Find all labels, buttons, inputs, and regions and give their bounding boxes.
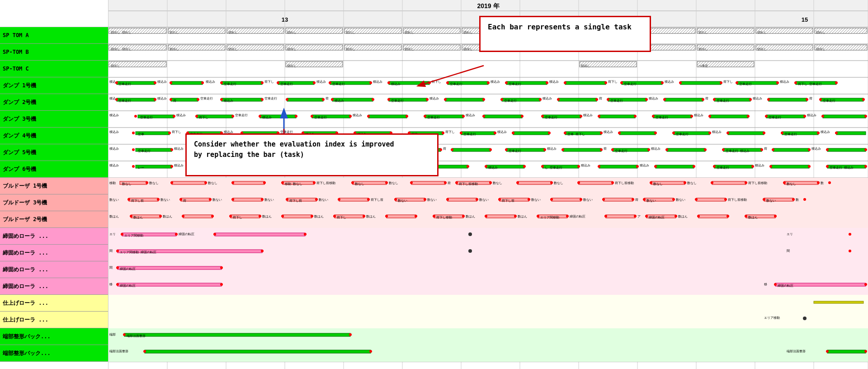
svg-rect-658 bbox=[108, 278, 868, 295]
svg-point-486 bbox=[489, 181, 492, 184]
sidebar-row-2: SP-TOM C bbox=[0, 61, 108, 77]
svg-rect-58 bbox=[344, 28, 401, 33]
svg-rect-462 bbox=[172, 181, 206, 184]
svg-point-651 bbox=[849, 250, 851, 252]
svg-point-595 bbox=[363, 215, 365, 218]
svg-text:数はん: 数はん bbox=[262, 215, 272, 218]
svg-point-606 bbox=[485, 215, 487, 218]
svg-text:空車走行: 空車走行 bbox=[200, 97, 213, 100]
sidebar-row-0: SP TOM A bbox=[0, 27, 108, 44]
svg-rect-399 bbox=[827, 148, 866, 151]
svg-text:空車走行: 空車走行 bbox=[138, 149, 151, 153]
sidebar-row-7: ダンプ 5号機 bbox=[0, 144, 108, 161]
sidebar-row-19: 端部整形バック... bbox=[0, 345, 108, 362]
svg-point-634 bbox=[121, 233, 123, 236]
svg-point-177 bbox=[261, 98, 264, 101]
svg-point-438 bbox=[598, 165, 600, 168]
svg-text:積込み: 積込み bbox=[807, 114, 816, 117]
svg-rect-262 bbox=[599, 115, 635, 118]
svg-rect-99 bbox=[580, 62, 637, 67]
svg-text:積込み: 積込み bbox=[665, 80, 674, 84]
svg-rect-83 bbox=[286, 45, 343, 50]
svg-point-525 bbox=[261, 198, 264, 201]
svg-point-225 bbox=[862, 98, 865, 101]
svg-point-460 bbox=[146, 181, 148, 184]
svg-text:数はん: 数はん bbox=[678, 215, 688, 218]
svg-point-656 bbox=[116, 266, 119, 269]
svg-text:空車走行: 空車走行 bbox=[118, 99, 131, 103]
svg-point-172 bbox=[197, 98, 199, 101]
svg-text:荷: 荷 bbox=[635, 198, 638, 202]
svg-text:荷: 荷 bbox=[705, 97, 708, 100]
svg-point-139 bbox=[546, 81, 548, 84]
svg-point-570 bbox=[792, 198, 795, 201]
svg-point-134 bbox=[487, 81, 490, 84]
svg-text:数なし: 数なし bbox=[389, 181, 398, 185]
svg-text:積込み: 積込み bbox=[491, 80, 500, 84]
svg-point-323 bbox=[618, 132, 621, 134]
svg-text:空車走行: 空車走行 bbox=[784, 132, 797, 136]
svg-text:端部法面整形: 端部法面整形 bbox=[127, 334, 146, 338]
svg-point-642 bbox=[849, 233, 851, 236]
svg-text:積込み: 積込み bbox=[391, 82, 401, 86]
svg-text:積込み: 積込み bbox=[651, 147, 660, 151]
svg-text:空車走行: 空車走行 bbox=[823, 99, 835, 103]
svg-text:荷下し前移動: 荷下し前移動 bbox=[728, 198, 747, 202]
sidebar-row-13: 締固めローラ ... bbox=[0, 245, 108, 261]
svg-rect-523 bbox=[233, 198, 262, 201]
svg-point-152 bbox=[720, 81, 722, 84]
svg-text:数なし: 数なし bbox=[355, 182, 364, 186]
svg-point-128 bbox=[387, 81, 390, 84]
sidebar-row-3: ダンプ 1号機 bbox=[0, 77, 108, 94]
svg-point-499 bbox=[684, 181, 686, 184]
svg-point-143 bbox=[604, 81, 607, 84]
svg-text:空車走行: 空車走行 bbox=[504, 99, 517, 103]
svg-text:空車走行: 空車走行 bbox=[509, 82, 521, 86]
svg-point-683 bbox=[143, 350, 146, 353]
svg-point-451 bbox=[808, 165, 811, 168]
svg-text:荷: 荷 bbox=[173, 99, 176, 103]
svg-point-615 bbox=[604, 215, 607, 218]
svg-text:積込み: 積込み bbox=[488, 166, 498, 170]
svg-rect-54 bbox=[108, 28, 166, 33]
svg-text:空車走行: 空車走行 bbox=[610, 99, 623, 103]
annotation-text-task: Each bar represents a single task bbox=[488, 23, 632, 31]
chart-area: 2019 年 13 15 bbox=[108, 0, 868, 369]
svg-rect-378 bbox=[563, 148, 601, 151]
svg-point-629 bbox=[774, 215, 777, 218]
svg-point-468 bbox=[263, 181, 266, 184]
svg-point-539 bbox=[424, 198, 426, 201]
svg-point-206 bbox=[607, 98, 609, 101]
svg-point-508 bbox=[817, 181, 820, 184]
svg-point-194 bbox=[482, 98, 485, 101]
svg-text:間: 間 bbox=[109, 249, 113, 253]
svg-point-341 bbox=[132, 148, 135, 151]
svg-text:荷下し: 荷下し bbox=[723, 80, 733, 84]
svg-text:荷下し: 荷下し bbox=[264, 80, 274, 84]
sidebar-header bbox=[0, 0, 108, 27]
svg-rect-100 bbox=[697, 62, 754, 67]
svg-point-662 bbox=[116, 283, 119, 286]
svg-rect-179 bbox=[287, 98, 323, 101]
svg-rect-479 bbox=[411, 181, 445, 184]
svg-text:積込み: 積込み bbox=[755, 164, 764, 167]
sidebar-row-14: 締固めローラ ... bbox=[0, 261, 108, 278]
svg-text:空車走行 積込み: 空車走行 積込み bbox=[726, 149, 750, 153]
svg-point-578 bbox=[159, 215, 162, 218]
svg-rect-614 bbox=[606, 215, 635, 218]
svg-text:締固の転圧: 締固の転圧 bbox=[178, 232, 194, 236]
svg-point-607 bbox=[514, 215, 517, 218]
svg-rect-65 bbox=[756, 28, 813, 33]
svg-rect-84 bbox=[344, 45, 401, 50]
svg-point-282 bbox=[132, 132, 135, 134]
svg-point-667 bbox=[774, 283, 777, 286]
svg-rect-150 bbox=[680, 81, 721, 85]
svg-rect-652 bbox=[108, 261, 868, 278]
svg-text:荷: 荷 bbox=[443, 147, 446, 151]
svg-text:レー: レー bbox=[138, 166, 144, 170]
svg-point-485 bbox=[455, 181, 458, 184]
svg-rect-597 bbox=[387, 215, 416, 218]
svg-text:数はん: 数はん bbox=[366, 215, 376, 218]
svg-text:積込み: 積込み bbox=[262, 116, 272, 119]
svg-point-264 bbox=[634, 115, 637, 118]
